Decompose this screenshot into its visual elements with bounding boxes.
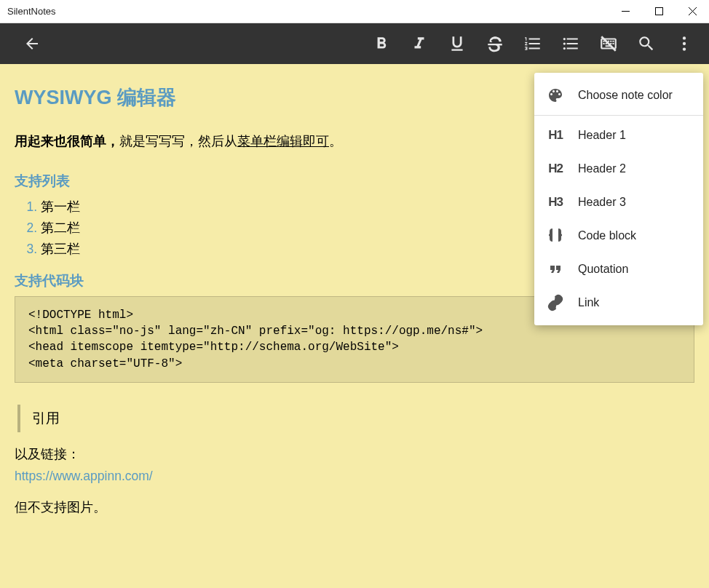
format-dropdown-menu: Choose note color H1 Header 1 H2 Header … — [534, 73, 703, 325]
code-block-item[interactable]: Code block — [534, 219, 703, 253]
link-item[interactable]: Link — [534, 286, 703, 319]
back-button[interactable] — [13, 23, 51, 64]
window-maximize-button[interactable] — [642, 0, 676, 23]
palette-icon — [544, 87, 566, 104]
no-image-text: 但不支持图片。 — [15, 498, 694, 516]
note-editor[interactable]: WYSIWYG 编辑器 用起来也很简单，就是写写写，然后从菜单栏编辑即可。 支持… — [0, 64, 709, 588]
menu-item-label: Code block — [578, 229, 636, 242]
quote-text: 引用 — [32, 410, 60, 426]
h2-icon: H2 — [544, 162, 566, 176]
menu-item-label: Choose note color — [578, 89, 673, 102]
search-button[interactable] — [627, 23, 665, 64]
menu-item-label: Link — [578, 296, 599, 309]
braces-icon — [544, 227, 566, 245]
menu-item-label: Header 1 — [578, 129, 626, 142]
ordered-list-button[interactable] — [514, 23, 552, 64]
menu-item-label: Quotation — [578, 263, 628, 276]
quote-icon — [544, 261, 566, 278]
header2-item[interactable]: H2 Header 2 — [534, 152, 703, 186]
strikethrough-button[interactable] — [476, 23, 514, 64]
window-controls — [609, 0, 709, 23]
bold-button[interactable] — [363, 23, 400, 64]
svg-point-5 — [683, 36, 686, 39]
window-minimize-button[interactable] — [609, 0, 642, 23]
menu-separator — [534, 115, 703, 116]
window-title: SilentNotes — [0, 6, 609, 17]
text-bold: 用起来也很简单， — [15, 134, 119, 148]
h3-icon: H3 — [544, 195, 566, 210]
text-underline: 菜单栏编辑即可 — [237, 134, 329, 148]
svg-point-7 — [683, 47, 686, 50]
h1-icon: H1 — [544, 128, 566, 143]
blockquote: 引用 — [17, 405, 694, 432]
link-url[interactable]: https://www.appinn.com/ — [15, 469, 694, 484]
unordered-list-button[interactable] — [552, 23, 590, 64]
underline-button[interactable] — [438, 23, 476, 64]
keyboard-off-button[interactable] — [590, 23, 627, 64]
svg-point-6 — [683, 42, 686, 45]
window-titlebar: SilentNotes — [0, 0, 709, 23]
window-close-button[interactable] — [676, 0, 709, 23]
choose-color-item[interactable]: Choose note color — [534, 79, 703, 112]
editor-toolbar — [0, 23, 709, 64]
text-plain: 。 — [329, 134, 342, 148]
link-label: 以及链接： — [15, 445, 694, 463]
quotation-item[interactable]: Quotation — [534, 253, 703, 286]
italic-button[interactable] — [400, 23, 438, 64]
more-menu-button[interactable] — [665, 23, 703, 64]
svg-rect-1 — [655, 8, 662, 15]
link-icon — [544, 294, 566, 311]
text-plain: 就是写写写，然后从 — [119, 134, 237, 148]
header3-item[interactable]: H3 Header 3 — [534, 186, 703, 219]
header1-item[interactable]: H1 Header 1 — [534, 119, 703, 152]
menu-item-label: Header 3 — [578, 196, 626, 209]
menu-item-label: Header 2 — [578, 162, 626, 175]
